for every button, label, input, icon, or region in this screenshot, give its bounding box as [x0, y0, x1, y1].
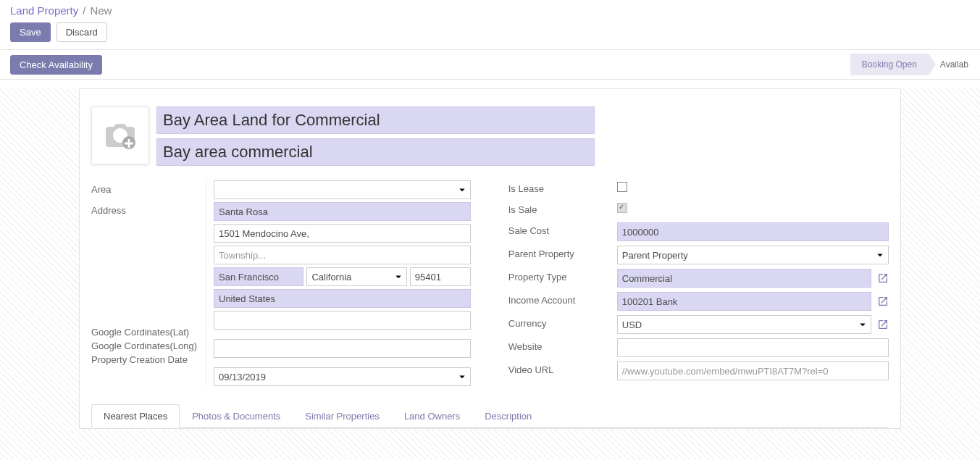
- area-select[interactable]: [214, 180, 471, 199]
- zip-input[interactable]: [410, 267, 471, 286]
- sheet-background: Area Address Google Cordinates(Lat) Goog…: [0, 88, 980, 460]
- status-stages: Booking Open Availab: [850, 54, 980, 75]
- breadcrumb-parent-link[interactable]: Land Property: [10, 4, 78, 17]
- discard-button[interactable]: Discard: [56, 22, 107, 42]
- external-link-icon: [877, 296, 889, 307]
- township-input[interactable]: [214, 246, 471, 264]
- website-input[interactable]: [617, 338, 889, 357]
- external-link-icon: [877, 319, 889, 330]
- breadcrumb: Land Property / New: [0, 0, 980, 18]
- check-availability-button[interactable]: Check Availability: [10, 55, 102, 75]
- state-select[interactable]: California: [306, 267, 406, 286]
- sale-cost-label: Sale Cost: [508, 222, 617, 239]
- parent-property-label: Parent Property: [508, 246, 617, 262]
- tab-photos-documents[interactable]: Photos & Documents: [180, 404, 293, 428]
- google-long-input[interactable]: [214, 339, 471, 358]
- google-lat-input[interactable]: [214, 311, 471, 330]
- google-lat-label: Google Cordinates(Lat): [91, 326, 206, 338]
- video-url-label: Video URL: [508, 361, 617, 378]
- image-upload[interactable]: [91, 106, 149, 164]
- income-account-external-link[interactable]: [877, 296, 889, 307]
- status-stage-booking-open[interactable]: Booking Open: [850, 54, 929, 75]
- sale-cost-input[interactable]: [617, 222, 889, 241]
- is-sale-label: Is Sale: [508, 201, 617, 218]
- income-account-select[interactable]: 100201 Bank: [617, 292, 871, 311]
- city-input[interactable]: [214, 267, 303, 286]
- currency-select[interactable]: USD: [617, 315, 871, 334]
- tab-similar-properties[interactable]: Similar Properties: [293, 404, 392, 428]
- google-long-label: Google Cordinates(Long): [91, 340, 206, 352]
- currency-label: Currency: [508, 315, 617, 332]
- action-bar: Save Discard: [0, 18, 980, 49]
- street2-input[interactable]: [214, 224, 471, 243]
- form-sheet: Area Address Google Cordinates(Lat) Goog…: [79, 88, 901, 429]
- is-sale-checkbox[interactable]: [617, 203, 627, 213]
- tab-description[interactable]: Description: [472, 404, 544, 428]
- property-subtitle-input[interactable]: [156, 138, 595, 166]
- creation-date-input[interactable]: 09/13/2019: [214, 367, 471, 386]
- status-stage-available[interactable]: Availab: [929, 54, 980, 75]
- address-label: Address: [91, 204, 206, 217]
- tab-nearest-places[interactable]: Nearest Places: [91, 404, 180, 428]
- tabs: Nearest Places Photos & Documents Simila…: [91, 403, 889, 428]
- camera-plus-icon: [103, 121, 138, 150]
- external-link-icon: [877, 272, 889, 284]
- property-type-select[interactable]: Commercial: [617, 269, 871, 288]
- country-select[interactable]: United States: [214, 289, 471, 308]
- website-label: Website: [508, 338, 617, 355]
- property-name-input[interactable]: [156, 106, 595, 134]
- breadcrumb-separator: /: [83, 4, 85, 17]
- income-account-label: Income Account: [508, 292, 617, 309]
- video-url-input[interactable]: [617, 361, 889, 380]
- save-button[interactable]: Save: [10, 22, 51, 42]
- property-type-external-link[interactable]: [877, 272, 889, 284]
- breadcrumb-current: New: [90, 4, 112, 17]
- parent-property-select[interactable]: Parent Property: [617, 246, 889, 264]
- is-lease-checkbox[interactable]: [617, 182, 627, 192]
- is-lease-label: Is Lease: [508, 180, 617, 197]
- area-label: Area: [91, 183, 206, 196]
- creation-date-label: Property Creation Date: [91, 354, 206, 366]
- tab-land-owners[interactable]: Land Owners: [392, 404, 472, 428]
- property-type-label: Property Type: [508, 269, 617, 285]
- currency-external-link[interactable]: [877, 319, 889, 330]
- street-input[interactable]: [214, 202, 471, 221]
- statusbar: Check Availability Booking Open Availab: [0, 49, 980, 80]
